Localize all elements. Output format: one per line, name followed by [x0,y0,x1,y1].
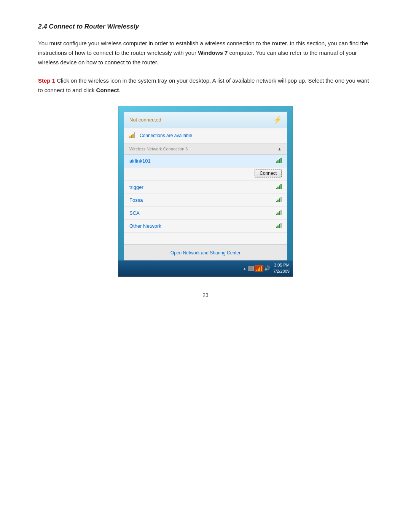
signal-icon-airlink101 [276,158,282,164]
taskbar-sound-icon: 🔊 [264,265,270,271]
taskbar-icon-group: 🔊 [248,265,270,272]
chevron-up-icon: ▲ [277,147,282,151]
step1-text: Click on the wireless icon in the system… [38,77,369,93]
network-item-fossa[interactable]: Fossa [124,194,287,207]
network-item-airlink101[interactable]: airlink101 [124,155,287,168]
step1-paragraph: Step 1 Click on the wireless icon in the… [38,76,373,95]
network-popup: Not connected ⚡ Connections are availabl… [124,112,287,244]
network-item-other[interactable]: Other Network [124,220,287,233]
spacer [124,233,287,244]
network-name-sca: SCA [129,210,140,216]
network-name-other: Other Network [129,223,161,229]
section-title: 2.4 Connect to Router Wirelessly [38,23,373,30]
connections-available-row: Connections are available [124,128,287,144]
open-network-footer: Open Network and Sharing Center [124,244,287,260]
network-item-sca[interactable]: SCA [124,207,287,220]
open-network-link[interactable]: Open Network and Sharing Center [170,250,241,256]
network-name-fossa: Fossa [129,197,143,203]
avail-signal-icon [129,132,137,139]
page-number: 23 [38,292,373,298]
wifi-x-icon: ⚡ [273,116,282,124]
signal-icon-trigger [276,184,282,190]
taskbar: ▲ 🔊 [118,260,293,276]
taskbar-time: 3:05 PM [273,262,290,268]
not-connected-text: Not connected [129,117,161,123]
windows7-bold: Windows 7 [198,50,228,56]
taskbar-icon1 [248,266,254,271]
taskbar-right: ▲ 🔊 [243,262,290,274]
step1-end: . [119,87,121,93]
network-name-trigger: trigger [129,184,143,190]
signal-icon-sca [276,210,282,216]
network-name-airlink101: airlink101 [129,158,151,164]
network-item-trigger[interactable]: trigger [124,181,287,194]
signal-icon-other [276,223,282,229]
taskbar-date: 7/2/2009 [273,268,290,274]
connect-bold: Connect [96,87,119,93]
connect-button[interactable]: Connect [255,169,282,177]
step1-label: Step 1 [38,77,55,84]
popup-header: Not connected ⚡ [124,112,287,128]
intro-paragraph: You must configure your wireless compute… [38,39,373,67]
signal-icon-fossa [276,197,282,203]
screenshot-wrapper: Not connected ⚡ Connections are availabl… [38,106,373,277]
taskbar-clock: 3:05 PM 7/2/2009 [273,262,290,274]
network-conn-header: Wireless Network Connection 6 ▲ [124,144,287,155]
taskbar-expand-icon: ▲ [243,267,246,270]
network-conn-label: Wireless Network Connection 6 [129,147,188,151]
connections-available-text: Connections are available [140,133,192,138]
windows-screenshot: Not connected ⚡ Connections are availabl… [118,106,293,277]
taskbar-wifi-icon[interactable] [255,265,263,272]
connect-btn-row: Connect [124,168,287,181]
